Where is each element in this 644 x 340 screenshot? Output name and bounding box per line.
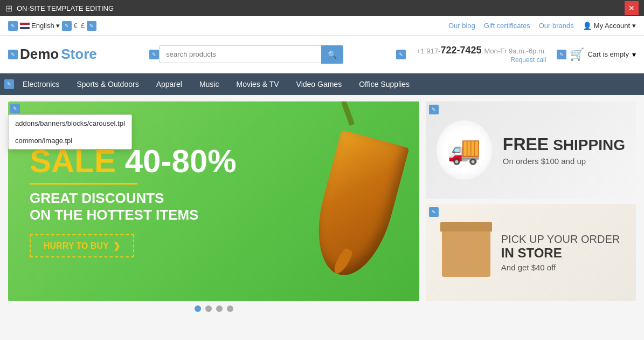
- admin-bar-title: ON-SITE TEMPLATE EDITING: [17, 4, 114, 12]
- chevron-down-icon: ▾: [56, 22, 60, 30]
- edit-shipping-banner-icon[interactable]: ✎: [429, 105, 439, 114]
- chili-body: [306, 130, 410, 284]
- nav-item-electronics[interactable]: Electronics: [14, 73, 68, 95]
- account-chevron-icon: ▾: [632, 22, 636, 30]
- box-visual-wrap: [442, 228, 490, 277]
- my-account-link[interactable]: 👤 My Account ▾: [583, 22, 636, 30]
- utility-bar-right: Our blog Gift certificates Our brands 👤 …: [448, 22, 636, 30]
- person-icon: 👤: [583, 22, 592, 30]
- edit-currency-icon[interactable]: ✎: [62, 21, 72, 31]
- sale-percent: 40-80%: [125, 143, 237, 179]
- edit-logo-icon[interactable]: ✎: [8, 50, 18, 59]
- carousel-dots: [8, 305, 419, 312]
- admin-bar-left: ⊞ ON-SITE TEMPLATE EDITING: [5, 3, 114, 13]
- search-bar: ✎ 🔍: [149, 45, 343, 64]
- free-shipping-banner: ✎ 🚚 FREE SHIPPING On orders $100 and up: [426, 101, 636, 199]
- my-account-label: My Account: [594, 22, 630, 30]
- request-call-link[interactable]: Request call: [417, 56, 546, 64]
- nav-item-sports[interactable]: Sports & Outdoors: [68, 73, 147, 95]
- phone-prefix: +1 917-: [417, 47, 440, 55]
- truck-visual: 🚚: [437, 120, 492, 180]
- nav-bar: ✎ Electronics Sports & Outdoors Apparel …: [0, 73, 644, 95]
- right-banners: ✎ 🚚 FREE SHIPPING On orders $100 and up …: [426, 101, 636, 312]
- hero-wrapper: ✎ addons/banners/blocks/carousel.tpl com…: [8, 101, 419, 312]
- currency-eur[interactable]: €: [74, 22, 78, 30]
- our-brands-link[interactable]: Our brands: [539, 22, 574, 30]
- phone-hours: Mon-Fr 9a.m.-6p.m.: [484, 47, 546, 55]
- admin-close-button[interactable]: ✕: [625, 1, 639, 15]
- search-input[interactable]: [159, 45, 321, 63]
- nav-item-officesupplies[interactable]: Office Supplies: [350, 73, 418, 95]
- hero-area: ✎ addons/banners/blocks/carousel.tpl com…: [8, 101, 419, 312]
- search-button[interactable]: 🔍: [321, 45, 343, 64]
- currency-gbp[interactable]: £: [81, 22, 85, 30]
- carousel-dot-3[interactable]: [216, 305, 223, 312]
- cart-icon: 🛒: [570, 47, 584, 62]
- language-selector[interactable]: English ▾: [20, 22, 60, 30]
- hurry-to-buy-button[interactable]: HURRY TO BUY ❯: [30, 234, 134, 257]
- chili-tip: [331, 247, 354, 276]
- utility-bar: ✎ English ▾ ✎ € £ ✎ Our blog Gift certif…: [0, 16, 644, 36]
- shipping-label: SHIPPING: [553, 137, 625, 154]
- language-label: English: [31, 22, 54, 30]
- phone-block: +1 917-722-7425 Mon-Fr 9a.m.-6p.m. Reque…: [417, 45, 546, 64]
- orders-text: On orders $100 and up: [503, 157, 625, 166]
- edit-language-icon[interactable]: ✎: [8, 21, 18, 31]
- in-store-label: IN STORE: [501, 246, 620, 261]
- carousel-dot-2[interactable]: [205, 305, 212, 312]
- nav-item-music[interactable]: Music: [191, 73, 228, 95]
- hero-text: SALE 40-80% GREAT DISCOUNTS ON THE HOTTE…: [8, 129, 258, 274]
- edit-phone-icon[interactable]: ✎: [396, 50, 406, 59]
- dropdown-item-image[interactable]: common/image.tpl: [9, 132, 131, 149]
- template-dropdown-menu: addons/banners/blocks/carousel.tpl commo…: [8, 114, 132, 149]
- pickup-title: PICK UP YOUR ORDER: [501, 233, 620, 246]
- gift-certificates-link[interactable]: Gift certificates: [484, 22, 530, 30]
- chili-stem: [338, 101, 355, 126]
- utility-bar-left: ✎ English ▾ ✎ € £ ✎: [8, 21, 96, 31]
- cart-block[interactable]: ✎ 🛒 Cart is empty ▾: [557, 47, 636, 62]
- get-off-text: And get $40 off: [501, 263, 620, 272]
- dropdown-item-carousel[interactable]: addons/banners/blocks/carousel.tpl: [9, 115, 131, 132]
- logo-demo: Demo: [20, 46, 59, 63]
- hurry-label: HURRY TO BUY: [44, 241, 109, 251]
- hero-line1: GREAT DISCOUNTS: [30, 190, 237, 207]
- carousel-dot-4[interactable]: [227, 305, 233, 312]
- pickup-banner: ✎ PICK UP YOUR ORDER IN STORE And get $4…: [426, 204, 636, 301]
- box-lid: [440, 222, 492, 232]
- hero-divider: [30, 183, 137, 185]
- edit-cart-icon[interactable]: ✎: [557, 50, 566, 59]
- edit-nav-icon[interactable]: ✎: [87, 21, 96, 31]
- free-label: FREE: [503, 134, 549, 154]
- admin-bar-right: ✕: [625, 1, 639, 15]
- edit-search-icon[interactable]: ✎: [149, 50, 159, 59]
- phone-main: 722-7425: [440, 45, 481, 56]
- nav-item-movies[interactable]: Movies & TV: [227, 73, 287, 95]
- logo-store: Store: [61, 46, 96, 63]
- flag-icon: [20, 23, 30, 29]
- edit-hero-icon[interactable]: ✎: [10, 104, 20, 113]
- nav-item-apparel[interactable]: Apparel: [148, 73, 191, 95]
- shipping-text: FREE SHIPPING On orders $100 and up: [503, 134, 625, 166]
- main-content: ✎ addons/banners/blocks/carousel.tpl com…: [0, 95, 644, 318]
- our-blog-link[interactable]: Our blog: [448, 22, 475, 30]
- grid-icon: ⊞: [5, 3, 12, 13]
- carousel-dot-1[interactable]: [195, 305, 201, 312]
- pickup-text: PICK UP YOUR ORDER IN STORE And get $40 …: [501, 233, 620, 272]
- edit-navbar-icon[interactable]: ✎: [4, 79, 14, 89]
- header-right: ✎ +1 917-722-7425 Mon-Fr 9a.m.-6p.m. Req…: [396, 45, 636, 64]
- header: ✎ Demo Store ✎ 🔍 ✎ +1 917-722-7425 Mon-F…: [0, 36, 644, 73]
- hero-line2: ON THE HOTTEST ITEMS: [30, 207, 237, 223]
- nav-item-videogames[interactable]: Video Games: [288, 73, 351, 95]
- edit-pickup-banner-icon[interactable]: ✎: [429, 207, 439, 217]
- phone-number: +1 917-722-7425 Mon-Fr 9a.m.-6p.m.: [417, 45, 546, 56]
- cart-chevron-icon: ▾: [632, 50, 636, 59]
- currency-links: € £: [74, 22, 85, 30]
- cart-text: Cart is empty: [587, 50, 629, 58]
- box-visual: [442, 228, 490, 277]
- logo[interactable]: ✎ Demo Store: [8, 46, 97, 63]
- chili-shape: [311, 115, 419, 288]
- arrow-icon: ❯: [113, 241, 120, 251]
- admin-bar: ⊞ ON-SITE TEMPLATE EDITING ✕: [0, 0, 644, 16]
